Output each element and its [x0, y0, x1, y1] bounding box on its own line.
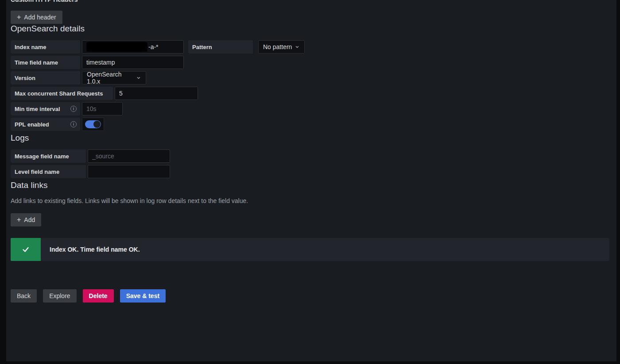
delete-button[interactable]: Delete — [83, 289, 114, 303]
time-field-label: Time field name — [11, 56, 80, 69]
ppl-enabled-label-text: PPL enabled — [15, 121, 49, 128]
min-interval-label: Min time interval i — [11, 102, 80, 115]
ppl-enabled-row: PPL enabled i — [11, 118, 609, 131]
max-shard-row: Max concurrent Shard Requests — [11, 87, 609, 100]
time-field-row: Time field name — [11, 56, 609, 69]
pattern-label: Pattern — [188, 40, 253, 54]
add-data-link-label: Add — [24, 216, 35, 223]
version-select[interactable]: OpenSearch 1.0.x — [82, 71, 146, 84]
ppl-enabled-label: PPL enabled i — [11, 118, 80, 131]
max-shard-input[interactable] — [115, 87, 198, 100]
toggle-knob — [93, 121, 101, 128]
max-shard-label: Max concurrent Shard Requests — [11, 87, 113, 100]
message-field-input[interactable] — [88, 149, 170, 163]
scrollbar-track[interactable] — [616, 0, 620, 364]
opensearch-details-heading: OpenSearch details — [11, 24, 609, 34]
ppl-enabled-toggle[interactable] — [82, 118, 104, 131]
settings-page: Custom HTTP Headers + Add header OpenSea… — [6, 0, 616, 361]
form-actions: Back Explore Delete Save & test — [11, 289, 609, 303]
toggle-pill — [85, 120, 101, 128]
info-icon[interactable]: i — [70, 106, 77, 112]
add-data-link-button[interactable]: + Add — [11, 213, 41, 226]
data-links-heading: Data links — [11, 180, 609, 190]
opensearch-details-rows: Index name -a-* Pattern No pattern Time … — [11, 40, 609, 131]
add-header-button[interactable]: + Add header — [11, 11, 62, 24]
save-and-test-button[interactable]: Save & test — [120, 289, 166, 303]
logs-heading: Logs — [11, 133, 609, 143]
logs-rows: Message field name Level field name — [11, 149, 609, 178]
message-field-label: Message field name — [11, 149, 86, 163]
index-name-row: Index name -a-* Pattern No pattern — [11, 40, 609, 54]
pattern-select[interactable]: No pattern — [258, 40, 305, 54]
custom-http-headers-title: Custom HTTP Headers — [11, 0, 609, 3]
level-field-input[interactable] — [88, 165, 170, 178]
version-label: Version — [11, 71, 80, 84]
version-row: Version OpenSearch 1.0.x — [11, 71, 609, 84]
check-icon — [21, 245, 30, 254]
chevron-down-icon — [136, 75, 141, 80]
data-links-description: Add links to existing fields. Links will… — [11, 197, 609, 204]
min-interval-row: Min time interval i — [11, 102, 609, 115]
level-field-row: Level field name — [11, 165, 609, 178]
index-name-input[interactable]: -a-* — [82, 40, 184, 54]
version-select-value: OpenSearch 1.0.x — [87, 71, 136, 85]
index-name-value-suffix: -a-* — [148, 43, 159, 50]
datasource-config-form: Custom HTTP Headers + Add header OpenSea… — [6, 0, 616, 303]
back-button[interactable]: Back — [11, 289, 37, 303]
level-field-label: Level field name — [11, 165, 86, 178]
index-name-label: Index name — [11, 40, 80, 54]
plus-icon: + — [17, 14, 21, 21]
alert-message: Index OK. Time field name OK. — [41, 238, 140, 261]
info-icon[interactable]: i — [70, 121, 77, 127]
message-field-row: Message field name — [11, 149, 609, 163]
explore-button[interactable]: Explore — [43, 289, 76, 303]
time-field-input[interactable] — [82, 56, 184, 69]
min-interval-label-text: Min time interval — [15, 106, 60, 112]
min-interval-input[interactable] — [82, 102, 123, 115]
pattern-select-value: No pattern — [263, 43, 292, 50]
alert-success-badge — [11, 238, 41, 261]
plus-icon: + — [17, 216, 21, 223]
redacted-value — [86, 42, 147, 52]
add-header-label: Add header — [24, 14, 56, 21]
success-alert: Index OK. Time field name OK. — [11, 238, 609, 261]
chevron-down-icon — [294, 44, 300, 50]
